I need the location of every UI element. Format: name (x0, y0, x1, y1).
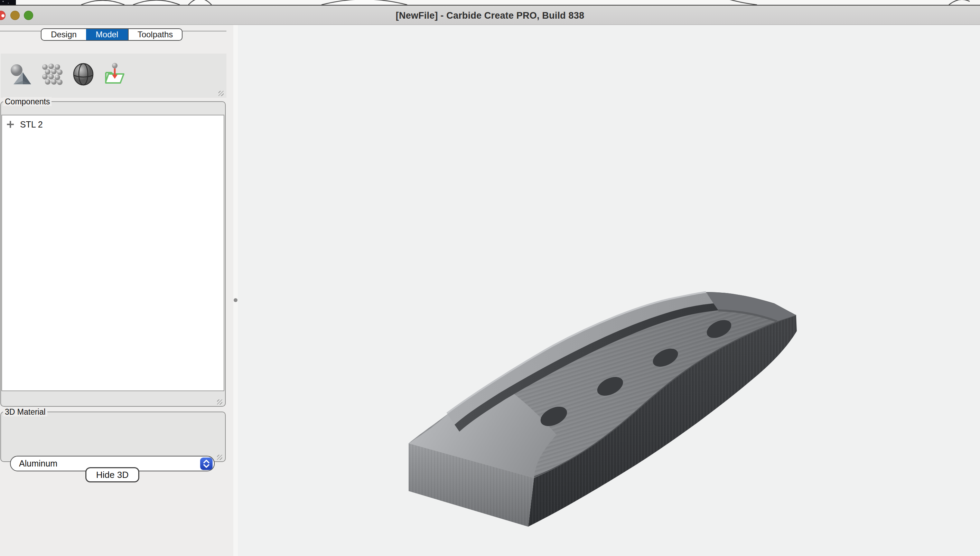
splitter-handle[interactable] (234, 298, 238, 302)
tab-model[interactable]: Model (86, 29, 128, 40)
viewport-3d[interactable] (238, 25, 980, 556)
panel-resize-grip[interactable] (218, 91, 224, 96)
shape-array-icon[interactable] (41, 63, 64, 86)
popup-chevrons-icon[interactable] (200, 457, 213, 470)
desktop-strip (0, 0, 980, 5)
main-tabs: Design Model Toolpaths (41, 28, 183, 41)
window-title: [NewFile] - Carbide Create PRO, Build 83… (0, 5, 980, 26)
hide-3d-button[interactable]: Hide 3D (86, 467, 139, 482)
titlebar[interactable]: [NewFile] - Carbide Create PRO, Build 83… (0, 5, 980, 25)
components-group-title: Components (3, 97, 52, 106)
stl-model-render (238, 25, 980, 556)
import-stl-icon[interactable] (103, 63, 126, 86)
components-group: Components STL 2 (0, 101, 226, 407)
component-label[interactable]: STL 2 (20, 120, 43, 129)
sphere-icon[interactable] (72, 63, 95, 86)
app-window: [NewFile] - Carbide Create PRO, Build 83… (0, 0, 980, 556)
panel-resize-grip[interactable] (217, 399, 222, 405)
panel-resize-grip[interactable] (217, 455, 222, 460)
material-selected-value: Aluminum (19, 456, 57, 470)
model-toolbar (1, 53, 226, 98)
expand-plus-icon[interactable] (6, 120, 15, 129)
add-shape-icon[interactable] (9, 63, 32, 86)
background-window-arcs (0, 0, 980, 5)
material-group-title: 3D Material (3, 407, 47, 416)
splitter-gutter[interactable] (233, 25, 238, 556)
sidebar: Design Model Toolpaths (0, 25, 233, 556)
components-list[interactable]: STL 2 (2, 115, 224, 391)
tab-toolpaths[interactable]: Toolpaths (128, 29, 182, 40)
component-tree-item-stl2[interactable]: STL 2 (2, 118, 224, 131)
tab-design[interactable]: Design (42, 29, 86, 40)
material-group: 3D Material Aluminum (0, 412, 226, 462)
